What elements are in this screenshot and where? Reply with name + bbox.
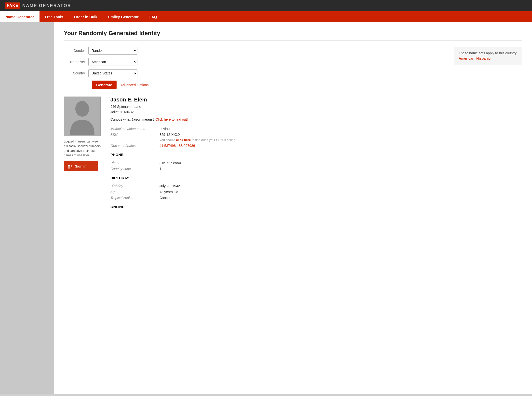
ssn-note: You should click here to find out if you…: [160, 138, 522, 142]
ssn-value: 329-12-XXXX: [160, 133, 181, 137]
zodiac-label: Tropical zodiac: [110, 196, 160, 200]
name-meaning-link[interactable]: Click here to find out!: [156, 117, 188, 121]
nav-bar: Name Generator Free Tools Order in Bulk …: [0, 11, 532, 22]
person-city-state: Joliet, IL 60432: [110, 110, 133, 114]
mothers-maiden-label: Mother's maiden name: [110, 127, 160, 131]
sidebar: [0, 22, 54, 394]
person-name: Jason E. Elem: [110, 97, 522, 103]
phone-section-header: PHONE: [110, 153, 522, 158]
gender-row: Gender Random Male Female: [64, 47, 444, 55]
gender-label: Gender: [64, 49, 88, 53]
logo-fake: FAKE: [5, 2, 20, 9]
name-meaning: Curious what Jason means? Click here to …: [110, 117, 522, 121]
phone-label: Phone: [110, 161, 160, 165]
name-sets-american-link[interactable]: American: [459, 57, 474, 60]
svg-point-0: [75, 101, 89, 117]
nav-item-faq[interactable]: FAQ: [144, 11, 162, 22]
country-label: Country: [64, 71, 88, 75]
birthday-section-header: BIRTHDAY: [110, 176, 522, 181]
phone-details: Phone 815-727-8950 Country code 1: [110, 160, 522, 172]
country-code-label: Country code: [110, 167, 160, 171]
online-section-header: ONLINE: [110, 205, 522, 210]
name-sets-hispanic-link[interactable]: Hispanic: [476, 57, 491, 60]
name-sets-box: These name sets apply to this country: A…: [454, 47, 522, 65]
identity-left: Logged in users can view full social sec…: [64, 97, 103, 212]
ssn-row: SSN 329-12-XXXX: [110, 132, 522, 138]
zodiac-value: Cancer: [160, 196, 171, 200]
country-select[interactable]: United States United Kingdom Canada Aust…: [88, 69, 137, 77]
birthday-details: Birthday July 20, 1942 Age 78 years old …: [110, 183, 522, 201]
country-row: Country United States United Kingdom Can…: [64, 69, 444, 77]
advanced-options-link[interactable]: Advanced Options: [120, 83, 148, 87]
nav-item-smiley-generator[interactable]: Smiley Generator: [103, 11, 144, 22]
avatar: [64, 97, 101, 136]
nav-item-name-generator[interactable]: Name Generator: [0, 11, 40, 22]
person-street: 946 Spinnaker Lane: [110, 105, 141, 109]
age-value: 78 years old: [160, 190, 178, 194]
nav-item-order-bulk[interactable]: Order in Bulk: [68, 11, 103, 22]
age-label: Age: [110, 190, 160, 194]
zodiac-row: Tropical zodiac Cancer: [110, 195, 522, 201]
nameset-label: Name set: [64, 60, 88, 64]
form-actions: Generate Advanced Options: [92, 81, 444, 89]
content-wrapper: Your Randomly Generated Identity Gender …: [0, 22, 532, 394]
mothers-maiden-row: Mother's maiden name Levine: [110, 126, 522, 132]
logo-text: NAME GENERATOR™: [22, 3, 74, 8]
google-signin-button[interactable]: g+ Sign in: [64, 161, 98, 171]
generate-button[interactable]: Generate: [92, 81, 117, 89]
geo-row: Geo coordinates 41.537498, -88.097986: [110, 143, 522, 149]
nameset-row: Name set American Hispanic English Frenc…: [64, 58, 444, 66]
nav-item-free-tools[interactable]: Free Tools: [40, 11, 69, 22]
main-content: Your Randomly Generated Identity Gender …: [54, 22, 532, 394]
identity-right: Jason E. Elem 946 Spinnaker Lane Joliet,…: [110, 97, 522, 212]
form-section: Gender Random Male Female Name set Ameri…: [64, 47, 522, 89]
login-info-text: Logged in users can view full social sec…: [64, 139, 103, 158]
mothers-maiden-value: Levine: [160, 127, 170, 131]
country-code-row: Country code 1: [110, 166, 522, 172]
phone-row: Phone 815-727-8950: [110, 160, 522, 166]
identity-section: Logged in users can view full social sec…: [64, 97, 522, 212]
birthday-label: Birthday: [110, 184, 160, 188]
google-icon: g+: [68, 164, 73, 169]
age-row: Age 78 years old: [110, 189, 522, 195]
top-bar: FAKE NAME GENERATOR™: [0, 0, 532, 11]
geo-label: Geo coordinates: [110, 144, 160, 148]
page-title: Your Randomly Generated Identity: [64, 30, 522, 41]
ssn-note-link[interactable]: click here: [176, 138, 191, 142]
birthday-value: July 20, 1942: [160, 184, 180, 188]
birthday-row: Birthday July 20, 1942: [110, 183, 522, 189]
name-sets-info-text: These name sets apply to this country:: [459, 51, 518, 55]
person-address: 946 Spinnaker Lane Joliet, IL 60432: [110, 104, 522, 115]
geo-value: 41.537498, -88.097986: [160, 144, 195, 148]
country-code-value: 1: [160, 167, 161, 171]
ssn-label: SSN: [110, 133, 160, 137]
nameset-select[interactable]: American Hispanic English French German: [88, 58, 137, 66]
phone-value: 815-727-8950: [160, 161, 181, 165]
signin-label: Sign in: [75, 164, 87, 168]
form-fields: Gender Random Male Female Name set Ameri…: [64, 47, 444, 89]
gender-select[interactable]: Random Male Female: [88, 47, 137, 55]
basic-details: Mother's maiden name Levine SSN 329-12-X…: [110, 126, 522, 149]
